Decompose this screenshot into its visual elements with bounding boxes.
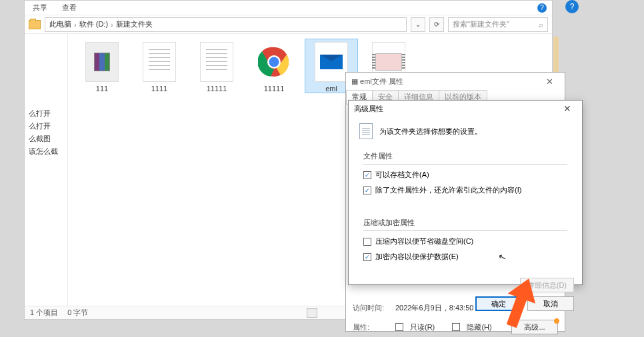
file-label: 1111 <box>133 85 185 93</box>
status-size: 0 字节 <box>67 308 88 318</box>
help-icon[interactable]: ? <box>565 0 579 13</box>
hidden-checkbox[interactable] <box>452 323 460 331</box>
document-icon <box>359 123 373 139</box>
file-item[interactable]: 1111 <box>133 39 185 93</box>
search-placeholder: 搜索"新建文件夹" <box>453 19 509 29</box>
advanced-button[interactable]: 高级... <box>511 320 558 334</box>
crumb-pc[interactable]: 此电脑 <box>49 19 71 29</box>
document-icon <box>200 42 233 82</box>
file-label: 111 <box>76 85 128 93</box>
readonly-checkbox[interactable] <box>395 323 403 331</box>
menu-view[interactable]: 查看 <box>62 3 77 13</box>
ok-button[interactable]: 确定 <box>475 296 522 311</box>
group-title: 压缩或加密属性 <box>363 218 567 228</box>
search-icon: ⌕ <box>539 21 543 29</box>
cancel-button[interactable]: 取消 <box>527 296 574 311</box>
address-bar: 此电脑 › 软件 (D:) › 新建文件夹 ⌄ ⟳ 搜索"新建文件夹" ⌕ <box>25 15 552 34</box>
dialog-heading: 为该文件夹选择你想要的设置。 <box>379 127 482 137</box>
details-button: 详细信息(D) <box>520 278 574 292</box>
folder-icon <box>29 20 41 29</box>
document-icon <box>143 42 176 82</box>
hidden-label: 隐藏(H) <box>467 322 491 332</box>
chrome-icon <box>257 42 291 82</box>
properties-icon: ▦ <box>351 77 358 86</box>
archive-label: 可以存档文件(A) <box>375 170 429 180</box>
crumb-folder[interactable]: 新建文件夹 <box>116 19 153 29</box>
search-input[interactable]: 搜索"新建文件夹" ⌕ <box>448 17 548 32</box>
dialog-title: eml文件 属性 <box>360 77 403 87</box>
chevron-right-icon: › <box>74 21 77 29</box>
blank-icon <box>429 42 463 69</box>
mail-icon <box>315 42 348 82</box>
close-button[interactable]: ✕ <box>539 77 559 87</box>
index-label: 除了文件属性外，还允许索引此文件的内容(I) <box>375 185 521 195</box>
compress-checkbox[interactable] <box>363 238 371 246</box>
menubar: 共享 查看 ? <box>25 1 552 15</box>
compress-label: 压缩内容以便节省磁盘空间(C) <box>375 236 473 246</box>
sidebar-item[interactable]: 么打开 <box>25 120 67 133</box>
menu-share[interactable]: 共享 <box>33 3 47 13</box>
sidebar-item[interactable]: 么打开 <box>25 107 67 120</box>
dialog-title: 高级属性 <box>354 104 383 114</box>
file-item[interactable] <box>420 39 472 71</box>
status-count: 1 个项目 <box>30 308 58 318</box>
chevron-right-icon: › <box>111 21 113 29</box>
index-checkbox[interactable]: ✓ <box>363 186 371 194</box>
file-label: 11111 <box>248 85 300 93</box>
file-label: 11111 <box>191 85 243 93</box>
readonly-label: 只读(R) <box>410 322 435 332</box>
rar-icon <box>85 42 119 82</box>
file-item[interactable]: 11111 <box>248 39 300 93</box>
address-dropdown[interactable]: ⌄ <box>411 17 425 32</box>
close-button[interactable]: ✕ <box>558 103 577 114</box>
sidebar: 么打开 么打开 么截图 该怎么截 <box>25 34 68 306</box>
archive-checkbox[interactable]: ✓ <box>363 171 371 179</box>
file-attributes-group: 文件属性 ✓ 可以存档文件(A) ✓ 除了文件属性外，还允许索引此文件的内容(I… <box>357 146 574 207</box>
encrypt-checkbox[interactable]: ✓ <box>363 253 371 261</box>
file-item[interactable]: 11111 <box>191 39 243 93</box>
refresh-button[interactable]: ⟳ <box>429 17 444 32</box>
encrypt-label: 加密内容以便保护数据(E) <box>375 252 459 262</box>
help-icon[interactable]: ? <box>537 3 547 13</box>
sidebar-item[interactable]: 么截图 <box>25 133 67 145</box>
compress-encrypt-group: 压缩或加密属性 压缩内容以便节省磁盘空间(C) ✓ 加密内容以便保护数据(E) <box>357 212 574 274</box>
file-item[interactable]: 111 <box>76 39 128 93</box>
attributes-label: 属性: <box>353 322 389 332</box>
svg-point-2 <box>269 57 279 67</box>
group-title: 文件属性 <box>363 151 567 161</box>
breadcrumb[interactable]: 此电脑 › 软件 (D:) › 新建文件夹 <box>45 17 407 32</box>
advanced-attributes-dialog: 高级属性 ✕ 为该文件夹选择你想要的设置。 文件属性 ✓ 可以存档文件(A) ✓… <box>348 100 583 285</box>
sidebar-item[interactable]: 该怎么截 <box>25 145 67 158</box>
crumb-drive[interactable]: 软件 (D:) <box>79 19 108 29</box>
view-details-button[interactable] <box>307 308 317 318</box>
